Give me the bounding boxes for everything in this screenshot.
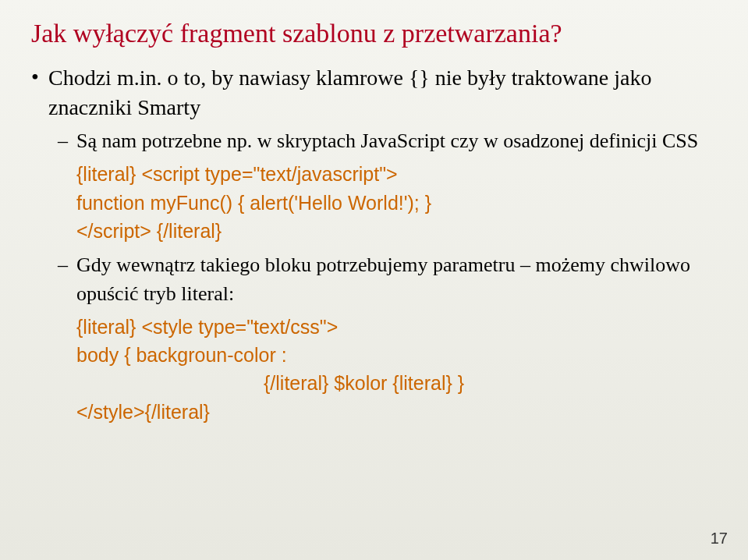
bullet-list-level2: Są nam potrzebne np. w skryptach JavaScr… xyxy=(48,127,717,426)
code-line: </style>{/literal} xyxy=(76,398,717,426)
sub-item-1-text: Są nam potrzebne np. w skryptach JavaScr… xyxy=(76,129,698,152)
sub-item-2: Gdy wewnątrz takiego bloku potrzebujemy … xyxy=(76,251,717,426)
code-line: function myFunc() { alert('Hello World!'… xyxy=(76,189,717,217)
bullet-item-1: Chodzi m.in. o to, by nawiasy klamrowe {… xyxy=(48,63,717,426)
code-line: {/literal} $kolor {literal} } xyxy=(76,369,717,397)
code-line: body { backgroun-color : xyxy=(76,341,717,369)
bullet-list-level1: Chodzi m.in. o to, by nawiasy klamrowe {… xyxy=(31,63,717,426)
sub-item-2-text: Gdy wewnątrz takiego bloku potrzebujemy … xyxy=(76,253,690,304)
bullet-item-1-text: Chodzi m.in. o to, by nawiasy klamrowe {… xyxy=(48,66,651,119)
code-block-1: {literal} <script type="text/javascript"… xyxy=(76,160,717,245)
page-number: 17 xyxy=(711,530,728,548)
code-line: </script> {/literal} xyxy=(76,217,717,245)
sub-item-1: Są nam potrzebne np. w skryptach JavaScr… xyxy=(76,127,717,245)
code-line: {literal} <style type="text/css"> xyxy=(76,313,717,341)
code-line: {literal} <script type="text/javascript"… xyxy=(76,160,717,188)
code-block-2: {literal} <style type="text/css"> body {… xyxy=(76,313,717,426)
slide-title: Jak wyłączyć fragment szablonu z przetwa… xyxy=(31,19,717,48)
